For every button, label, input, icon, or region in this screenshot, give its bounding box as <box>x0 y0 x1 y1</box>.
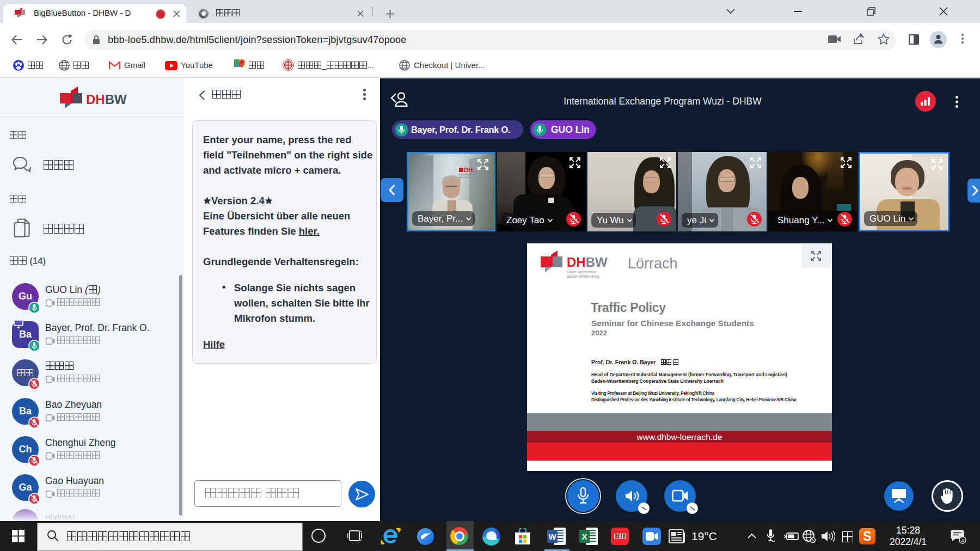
svg-text:X: X <box>581 532 587 541</box>
svg-text:W: W <box>548 532 556 541</box>
svg-text:4: 4 <box>961 537 964 543</box>
